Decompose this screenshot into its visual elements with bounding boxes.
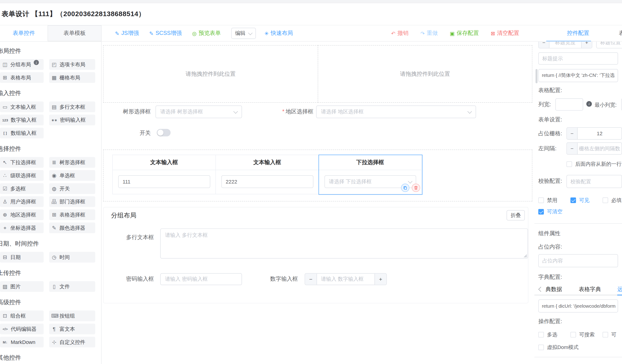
save-config-button[interactable]: ▣保存配置 xyxy=(450,30,479,37)
sidebar-item-button-group[interactable]: ⌨按钮组 xyxy=(49,310,95,321)
checkbox-clearable[interactable]: 可清空 xyxy=(538,208,563,215)
redo-button[interactable]: ↷重做 xyxy=(420,30,438,37)
sidebar-item-region-select[interactable]: ⊕地区选择框 xyxy=(0,209,44,220)
quick-layout-button[interactable]: ✳快速布局 xyxy=(264,30,293,37)
decrease-button[interactable]: − xyxy=(567,143,577,154)
sidebar-item-combo[interactable]: ⊡组合框 xyxy=(0,310,44,321)
increase-button[interactable]: + xyxy=(374,274,387,285)
checkbox-op-partial[interactable]: 可 xyxy=(603,331,617,338)
table-header-cell[interactable]: 文本输入框 xyxy=(113,155,216,170)
info-icon[interactable]: i xyxy=(34,60,39,65)
searchable-checkbox[interactable] xyxy=(570,332,576,337)
sidebar-item-select[interactable]: ↖下拉选择框 xyxy=(0,157,44,168)
drop-area[interactable]: 请拖拽控件到此位置 xyxy=(318,45,532,103)
sidebar-item-radio[interactable]: ◉单选框 xyxy=(49,170,95,181)
checkbox-disabled[interactable]: 禁用 xyxy=(538,197,570,204)
visible-checkbox[interactable] xyxy=(570,198,576,203)
sidebar-item-table-layout[interactable]: ⊞表格布局 xyxy=(0,72,44,83)
sidebar-item-date[interactable]: ⊟日期 xyxy=(0,252,44,262)
sidebar-item-tab-layout[interactable]: ◰选项卡布局 xyxy=(49,59,95,70)
preview-form-button[interactable]: ◎预览表单 xyxy=(192,30,221,37)
clear-config-button[interactable]: ⊠清空配置 xyxy=(491,30,519,37)
collapse-button[interactable]: 折叠 xyxy=(506,210,525,221)
decrease-button[interactable]: − xyxy=(305,274,317,285)
sidebar-item-array-input[interactable]: [ ]数组输入框 xyxy=(0,128,44,138)
clearable-checkbox[interactable] xyxy=(538,209,544,214)
scrollbar-thumb[interactable] xyxy=(535,69,538,83)
sidebar-item-table-select[interactable]: ⊞表格选择框 xyxy=(49,209,95,220)
sidebar-item-tree-select[interactable]: ≣树形选择框 xyxy=(49,157,95,168)
sidebar-item-checkbox[interactable]: ☑多选框 xyxy=(0,183,44,194)
sidebar-item-cascade-select[interactable]: ∴级联选择框 xyxy=(0,170,44,181)
text-input-field[interactable]: 111 xyxy=(118,175,210,188)
table-header-cell[interactable]: 文本输入框 xyxy=(216,155,319,170)
sidebar-item-switch[interactable]: ◍开关 xyxy=(49,183,95,194)
sidebar-item-color-picker[interactable]: ✎颜色选择器 xyxy=(49,223,95,233)
mode-select[interactable]: 编辑 xyxy=(231,28,256,39)
chevron-left-icon[interactable] xyxy=(538,287,544,292)
sidebar-item-time[interactable]: ◷时间 xyxy=(49,252,95,262)
sidebar-item-grid-layout[interactable]: ▦栅格布局 xyxy=(49,72,95,83)
title-tip-input[interactable]: 标题提示 xyxy=(538,52,618,65)
sidebar-item-coordinate-picker[interactable]: ⌖坐标选择器 xyxy=(0,223,44,233)
title-position-input[interactable]: 标题位置 xyxy=(596,41,622,48)
dict-tab-dict-data[interactable]: 典数据 xyxy=(545,286,562,293)
op-partial-checkbox[interactable] xyxy=(603,332,608,337)
tab-form-controls[interactable]: 表单控件 xyxy=(0,25,48,41)
js-enhance-button[interactable]: ✎JS增强 xyxy=(115,30,139,37)
drop-area[interactable]: 请拖拽控件到此位置 xyxy=(103,45,318,103)
virtual-dom-checkbox[interactable] xyxy=(538,345,544,350)
grid-span-value[interactable]: 12 xyxy=(578,128,622,139)
sidebar-item-text-input[interactable]: ▭文本输入框 xyxy=(0,102,44,112)
table-header-cell[interactable]: 下拉选择框 xyxy=(319,155,421,170)
i18n-code-input[interactable]: return { //简体中文 'zh-CN': '下拉选 xyxy=(538,69,618,82)
sidebar-item-number-input[interactable]: 123数字输入框 xyxy=(0,115,44,125)
validate-config-input[interactable]: 校验配置 xyxy=(566,175,622,188)
password-field[interactable]: 请输入 密码输入框 xyxy=(160,273,242,285)
copy-control-button[interactable] xyxy=(401,184,409,192)
increase-button[interactable]: + xyxy=(581,41,592,48)
sidebar-item-password-input[interactable]: ∗∗密码输入框 xyxy=(49,115,95,125)
sidebar-item-code-editor[interactable]: </>代码编辑器 xyxy=(0,324,44,334)
sidebar-item-custom-widget[interactable]: ⊹自定义控件 xyxy=(49,337,95,347)
dict-tab-remote-dict[interactable]: 远 xyxy=(617,286,622,293)
col-width-input[interactable] xyxy=(555,98,583,111)
checkbox-required[interactable]: 必填 xyxy=(603,197,622,204)
scss-enhance-button[interactable]: ✎SCSS增强 xyxy=(149,30,182,37)
dict-code-input[interactable]: return { dicUrl: '/jeelowcode/dbform xyxy=(538,299,618,312)
sidebar-item-image-upload[interactable]: ▨图片 xyxy=(0,281,44,292)
checkbox-multiple[interactable]: 多选 xyxy=(538,331,570,338)
sidebar-item-user-select[interactable]: ♙用户选择框 xyxy=(0,196,44,207)
delete-control-button[interactable] xyxy=(412,184,420,192)
checkbox-newline-start[interactable]: 后面内容从新的一行 xyxy=(566,161,622,168)
tab-form-templates[interactable]: 表单模板 xyxy=(48,25,102,41)
switch-toggle[interactable] xyxy=(157,129,171,136)
placeholder-input[interactable]: 占位内容 xyxy=(538,254,618,267)
checkbox-virtual-dom[interactable]: 虚拟Dom模式 xyxy=(538,344,578,351)
required-checkbox[interactable] xyxy=(603,198,608,203)
tree-select-input[interactable]: 请选择 树形选择框 xyxy=(156,105,242,118)
sidebar-item-dept-select[interactable]: 品部门选择框 xyxy=(49,196,95,207)
decrease-button[interactable]: − xyxy=(567,128,577,139)
tab-control-config[interactable]: 控件配置 xyxy=(567,30,589,37)
sidebar-item-rich-text[interactable]: ¶富文本 xyxy=(49,324,95,334)
multiple-checkbox[interactable] xyxy=(538,332,544,337)
info-icon[interactable]: i xyxy=(586,101,592,107)
region-select-input[interactable]: 请选择 地区选择框 xyxy=(316,105,476,118)
checkbox-visible[interactable]: 可见 xyxy=(570,197,603,204)
scss-enhance-icon: ✎ xyxy=(149,30,154,36)
sidebar-item-markdown[interactable]: M↓MarkDown xyxy=(0,337,44,347)
dict-tab-table-dict[interactable]: 表格字典 xyxy=(579,286,601,293)
checkbox-searchable[interactable]: 可搜索 xyxy=(570,331,603,338)
sidebar-item-textarea[interactable]: ▤多行文本框 xyxy=(49,102,95,112)
tab-partial[interactable]: 表 xyxy=(619,30,622,37)
min-col-width-input[interactable] xyxy=(621,98,622,111)
text-input-field[interactable]: 2222 xyxy=(221,175,313,188)
textarea-field[interactable]: 请输入 多行文本框 xyxy=(160,229,528,259)
sidebar-item-file-upload[interactable]: ▯文件 xyxy=(49,281,95,292)
sidebar-item-group-layout[interactable]: ◫分组布局i xyxy=(0,59,44,70)
newline-start-checkbox[interactable] xyxy=(566,161,572,167)
undo-button[interactable]: ↶撤销 xyxy=(391,30,408,37)
decrease-button[interactable]: − xyxy=(539,41,549,48)
disabled-checkbox[interactable] xyxy=(538,198,544,203)
